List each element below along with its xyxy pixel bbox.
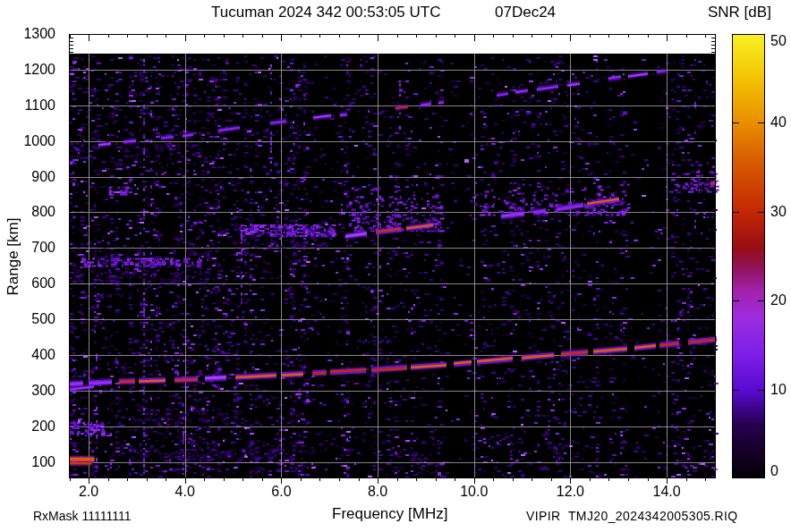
y-tick-label: 100 bbox=[31, 454, 55, 470]
y-tick-label: 500 bbox=[31, 311, 55, 327]
y-axis-label: Range [km] bbox=[4, 167, 22, 346]
rx-mask-label: RxMask 11111111 bbox=[33, 509, 131, 523]
y-tick-label: 400 bbox=[31, 347, 55, 363]
y-tick-label: 800 bbox=[31, 204, 55, 220]
colorbar-tick-label: 20 bbox=[770, 292, 787, 308]
x-tick-label: 8.0 bbox=[356, 484, 399, 500]
x-tick-label: 4.0 bbox=[164, 484, 207, 500]
x-tick-label: 12.0 bbox=[549, 484, 591, 500]
x-tick-label: 6.0 bbox=[259, 484, 302, 500]
y-tick-label: 1300 bbox=[23, 26, 55, 42]
colorbar-tick-label: 40 bbox=[770, 114, 787, 131]
colorbar-tick-label: 10 bbox=[770, 382, 787, 398]
y-tick-label: 1200 bbox=[23, 62, 55, 78]
colorbar-tick-label: 0 bbox=[770, 463, 778, 479]
x-tick-label: 14.0 bbox=[645, 484, 688, 500]
y-tick-label: 1000 bbox=[23, 133, 55, 149]
chart-title-date: 07Dec24 bbox=[495, 4, 556, 21]
y-tick-label: 600 bbox=[31, 275, 55, 291]
chart-title: Tucuman 2024 342 00:53:05 UTC bbox=[211, 4, 440, 21]
ionogram-heatmap-canvas bbox=[0, 0, 791, 532]
ionogram-figure: Tucuman 2024 342 00:53:05 UTC 07Dec24 SN… bbox=[0, 0, 791, 532]
y-tick-label: 200 bbox=[31, 418, 55, 435]
y-tick-label: 700 bbox=[31, 240, 55, 256]
x-axis-label: Frequency [MHz] bbox=[332, 505, 447, 523]
y-tick-label: 1100 bbox=[25, 97, 55, 114]
y-tick-label: 900 bbox=[31, 169, 55, 185]
colorbar-title: SNR [dB] bbox=[708, 4, 771, 21]
colorbar-tick-label: 30 bbox=[770, 204, 787, 220]
colorbar-tick-label: 50 bbox=[770, 33, 787, 49]
x-tick-label: 2.0 bbox=[67, 484, 110, 500]
y-tick-label: 300 bbox=[31, 383, 55, 399]
data-file-label: VIPIR TMJ20_2024342005305.RIQ bbox=[526, 509, 738, 523]
x-tick-label: 10.0 bbox=[453, 484, 496, 500]
